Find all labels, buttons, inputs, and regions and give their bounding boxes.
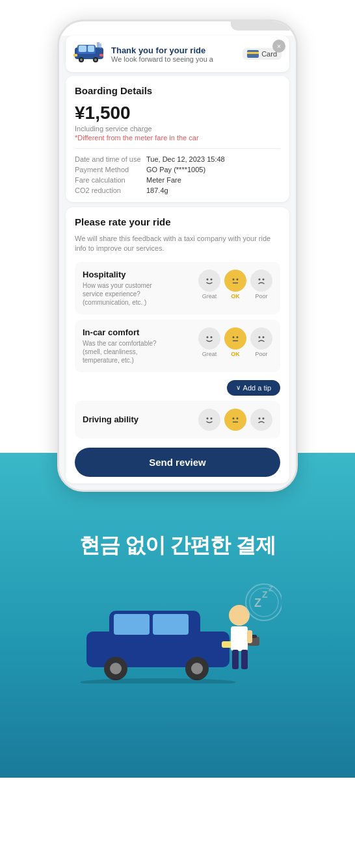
add-tip-row: ∨ Add a tip [75, 377, 280, 396]
detail-value: GO Pay (****1005) [146, 164, 280, 175]
svg-point-26 [233, 336, 235, 338]
hospitality-desc: How was your customer service experience… [83, 281, 174, 307]
page-wrapper: Thank you for your ride We look forward … [0, 0, 355, 868]
notification-text: Thank you for your ride We look forward … [111, 45, 233, 63]
notification-subtitle: We look forward to seeing you a [111, 55, 215, 63]
svg-point-21 [263, 278, 265, 280]
hospitality-great-emoji[interactable] [198, 270, 220, 292]
incar-great-label: Great [202, 351, 217, 357]
svg-point-23 [207, 336, 209, 338]
svg-point-27 [237, 336, 239, 338]
svg-rect-53 [231, 626, 248, 651]
svg-rect-50 [222, 641, 232, 648]
svg-rect-10 [97, 42, 99, 49]
driving-great-emoji[interactable] [198, 409, 220, 431]
svg-point-31 [263, 336, 265, 338]
phone-mockup: Thank you for your ride We look forward … [57, 19, 298, 492]
driving-poor-emoji[interactable] [250, 409, 272, 431]
rating-incar: In-car comfort Was the car comfortable? … [75, 320, 280, 372]
detail-value: Meter Fare [146, 175, 280, 185]
rating-incar-header: In-car comfort Was the car comfortable? … [83, 327, 272, 364]
svg-point-33 [207, 417, 209, 419]
send-review-button[interactable]: Send review [75, 448, 280, 477]
incar-ok-emoji[interactable] [224, 327, 246, 350]
svg-point-14 [211, 278, 213, 280]
driving-left: Driving ability [83, 415, 198, 424]
hospitality-ok-emoji[interactable] [224, 270, 246, 292]
incar-ok-btn[interactable]: OK [224, 327, 246, 357]
card-icon [247, 50, 259, 58]
rating-card: Please rate your ride We will share this… [66, 207, 289, 483]
driving-poor-btn[interactable] [250, 409, 272, 431]
incar-poor-emoji[interactable] [250, 327, 272, 350]
hospitality-ok-label: OK [231, 293, 240, 300]
detail-value: Tue, Dec 12, 2023 15:48 [146, 154, 280, 164]
rating-hospitality-left: Hospitality How was your customer servic… [83, 270, 198, 307]
incar-poor-label: Poor [255, 351, 267, 357]
svg-rect-8 [73, 54, 77, 57]
hospitality-poor-emoji[interactable] [250, 270, 272, 292]
incar-great-emoji[interactable] [198, 327, 220, 350]
svg-point-32 [203, 413, 216, 426]
svg-point-22 [203, 332, 216, 345]
svg-point-25 [229, 332, 242, 345]
svg-rect-2 [79, 45, 86, 52]
price-amount: ¥1,500 [75, 103, 280, 123]
svg-point-41 [263, 417, 265, 419]
svg-point-16 [233, 278, 235, 280]
svg-rect-58 [247, 630, 252, 643]
svg-point-24 [211, 336, 213, 338]
car-icon [73, 42, 105, 66]
detail-label: Date and time of use [75, 154, 146, 164]
svg-rect-9 [99, 54, 103, 57]
svg-point-29 [255, 332, 268, 345]
rating-incar-left: In-car comfort Was the car comfortable? … [83, 327, 198, 364]
driving-buttons [198, 409, 272, 431]
svg-point-49 [191, 663, 203, 674]
driving-ok-emoji[interactable] [224, 409, 246, 431]
svg-point-36 [233, 417, 235, 419]
svg-point-7 [94, 58, 97, 61]
bottom-section: 현금 없이 간편한 결제 [0, 453, 355, 778]
svg-point-37 [237, 417, 239, 419]
detail-label: Fare calculation [75, 175, 146, 185]
phone-notch [231, 21, 296, 31]
notification-title: Thank you for your ride [111, 45, 233, 55]
hospitality-ok-btn[interactable]: OK [224, 270, 246, 300]
hospitality-great-btn[interactable]: Great [198, 270, 220, 300]
incar-ok-label: OK [231, 351, 240, 357]
svg-point-34 [211, 417, 213, 419]
detail-label: CO2 reduction [75, 185, 146, 196]
boarding-section-title: Boarding Details [75, 85, 280, 96]
chevron-down-icon: ∨ [236, 384, 241, 391]
svg-rect-45 [153, 614, 189, 635]
add-tip-label: Add a tip [243, 384, 271, 392]
close-button[interactable]: × [272, 40, 285, 53]
rating-driving: Driving ability [75, 401, 280, 439]
hospitality-buttons: Great OK [198, 270, 272, 300]
detail-row: Fare calculationMeter Fare [75, 175, 280, 185]
notification-banner: Thank you for your ride We look forward … [66, 36, 289, 72]
add-tip-button[interactable]: ∨ Add a tip [227, 380, 280, 396]
detail-row: Payment MethodGO Pay (****1005) [75, 164, 280, 175]
svg-point-12 [203, 274, 216, 287]
detail-label: Payment Method [75, 164, 146, 175]
svg-point-5 [80, 58, 83, 61]
svg-point-17 [237, 278, 239, 280]
hospitality-poor-label: Poor [255, 293, 267, 300]
driving-ok-btn[interactable] [224, 409, 246, 431]
price-warning: *Different from the meter fare in the ca… [75, 134, 280, 142]
detail-table: Date and time of useTue, Dec 12, 2023 15… [75, 154, 280, 196]
incar-desc: Was the car comfortable? (smell, cleanli… [83, 339, 174, 364]
hospitality-poor-btn[interactable]: Poor [250, 270, 272, 300]
svg-point-30 [259, 336, 261, 338]
hospitality-great-label: Great [202, 293, 217, 300]
incar-great-btn[interactable]: Great [198, 327, 220, 357]
driving-great-btn[interactable] [198, 409, 220, 431]
boarding-details-card: Boarding Details ¥1,500 Including servic… [66, 76, 289, 202]
incar-poor-btn[interactable]: Poor [250, 327, 272, 357]
svg-point-51 [80, 678, 236, 683]
svg-point-40 [259, 417, 261, 419]
svg-point-19 [255, 274, 268, 287]
rating-hospitality: Hospitality How was your customer servic… [75, 262, 280, 314]
